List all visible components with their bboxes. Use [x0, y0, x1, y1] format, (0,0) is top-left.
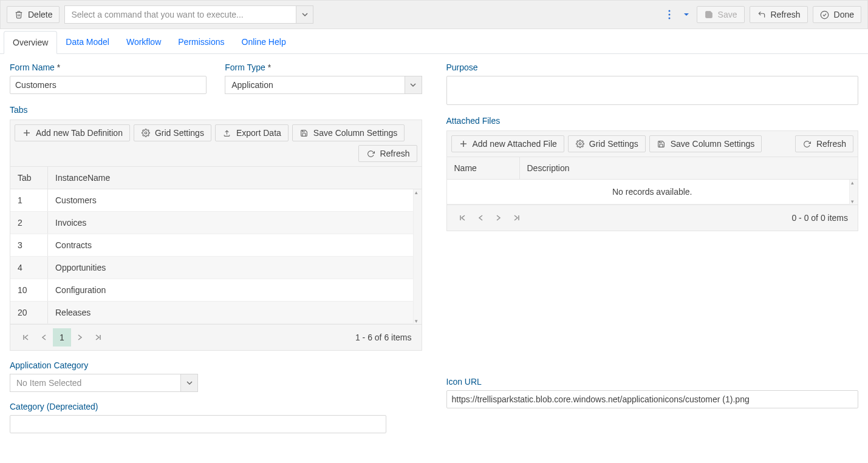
svg-point-2: [668, 18, 670, 19]
pager-last-button[interactable]: [89, 328, 108, 346]
table-row[interactable]: 2Invoices: [10, 212, 422, 234]
tabs-pager: 1 1 - 6 of 6 items: [10, 324, 422, 350]
add-tab-button[interactable]: Add new Tab Definition: [15, 124, 130, 141]
caret-down-filled-icon: [683, 12, 689, 18]
pager-next-button[interactable]: [490, 209, 508, 227]
form-type-combobox[interactable]: [225, 76, 422, 94]
category-depr-label: Category (Depreciated): [10, 402, 422, 411]
export-data-label: Export Data: [236, 128, 281, 138]
delete-button[interactable]: Delete: [7, 6, 60, 23]
table-row[interactable]: 4Opportunities: [10, 257, 422, 279]
svg-point-6: [579, 143, 581, 145]
save-icon: [704, 10, 714, 19]
cell-instance: Configuration: [48, 279, 422, 301]
form-type-dropdown-button[interactable]: [405, 76, 422, 93]
left-column: Form Name * Form Type * Tabs: [10, 63, 422, 433]
undo-icon: [757, 10, 767, 19]
scrollbar-hint[interactable]: [413, 189, 422, 324]
delete-label: Delete: [28, 10, 52, 19]
pager-last-button[interactable]: [508, 209, 526, 227]
pager-page-1[interactable]: 1: [53, 328, 71, 346]
plus-icon: [459, 139, 468, 149]
tabs-refresh-button[interactable]: Refresh: [358, 145, 417, 162]
tab-overview[interactable]: Overview: [4, 31, 57, 54]
save-columns-label: Save Column Settings: [313, 128, 398, 138]
more-vertical-icon: [665, 10, 674, 19]
scrollbar-hint[interactable]: [849, 180, 858, 204]
cell-instance: Invoices: [48, 212, 422, 234]
pager-first-button[interactable]: [453, 209, 471, 227]
no-records-message: No records available.: [447, 180, 858, 204]
app-category-combobox[interactable]: [10, 374, 198, 392]
col-header-name[interactable]: Name: [447, 157, 520, 179]
tabs-grid-body: 1Customers2Invoices3Contracts4Opportunit…: [10, 189, 422, 324]
app-category-dropdown-button[interactable]: [180, 374, 197, 391]
done-button[interactable]: Done: [813, 6, 861, 23]
icon-url-input[interactable]: [446, 390, 859, 408]
command-combobox[interactable]: [64, 5, 313, 24]
tabs-refresh-label: Refresh: [380, 149, 409, 158]
category-depr-input[interactable]: [10, 415, 386, 433]
cell-instance: Opportunities: [48, 257, 422, 279]
add-file-button[interactable]: Add new Attached File: [451, 135, 564, 152]
files-save-columns-label: Save Column Settings: [671, 139, 755, 149]
command-dropdown-button[interactable]: [296, 6, 313, 23]
purpose-input[interactable]: [446, 76, 859, 105]
plus-icon: [22, 128, 32, 138]
form-type-input[interactable]: [225, 76, 404, 93]
caret-down-icon: [186, 380, 193, 386]
pager-first-button[interactable]: [16, 328, 35, 346]
caret-down-icon: [410, 82, 416, 88]
pager-prev-button[interactable]: [471, 209, 490, 227]
cell-tab: 10: [10, 279, 48, 301]
add-file-label: Add new Attached File: [473, 139, 557, 149]
pager-prev-button[interactable]: [35, 328, 53, 346]
tab-data-model[interactable]: Data Model: [57, 31, 118, 54]
save-columns-button[interactable]: Save Column Settings: [292, 124, 405, 141]
cell-instance: Releases: [48, 302, 422, 323]
files-refresh-button[interactable]: Refresh: [795, 135, 853, 152]
export-data-button[interactable]: Export Data: [215, 124, 289, 141]
more-actions-button[interactable]: [663, 7, 676, 22]
tabs-nav: Overview Data Model Workflow Permissions…: [0, 30, 868, 54]
files-pager: 0 - 0 of 0 items: [447, 204, 858, 231]
trash-icon: [14, 10, 24, 19]
command-input[interactable]: [65, 6, 296, 23]
files-section-label: Attached Files: [446, 116, 859, 126]
col-header-description[interactable]: Description: [520, 157, 858, 179]
tab-online-help[interactable]: Online Help: [233, 31, 295, 54]
cell-tab: 4: [10, 257, 48, 279]
svg-point-1: [668, 14, 670, 16]
tabs-section-label: Tabs: [10, 105, 422, 115]
pager-next-button[interactable]: [71, 328, 89, 346]
dropdown-caret-button[interactable]: [681, 9, 692, 20]
files-grid-settings-label: Grid Settings: [589, 139, 638, 149]
files-grid-settings-button[interactable]: Grid Settings: [568, 135, 646, 152]
refresh-button[interactable]: Refresh: [750, 6, 808, 23]
app-category-input[interactable]: [10, 374, 180, 391]
tab-workflow[interactable]: Workflow: [118, 31, 169, 54]
col-header-instance[interactable]: InstanceName: [48, 167, 422, 189]
tabs-grid-settings-button[interactable]: Grid Settings: [134, 124, 211, 141]
files-save-columns-button[interactable]: Save Column Settings: [649, 135, 762, 152]
table-row[interactable]: 3Contracts: [10, 234, 422, 257]
svg-point-4: [145, 132, 147, 134]
refresh-label: Refresh: [771, 10, 801, 19]
table-row[interactable]: 10Configuration: [10, 279, 422, 302]
table-row[interactable]: 20Releases: [10, 302, 422, 324]
tabs-grid-header: Tab InstanceName: [10, 166, 422, 189]
svg-point-3: [821, 11, 829, 19]
done-label: Done: [834, 10, 854, 19]
form-name-label: Form Name *: [10, 63, 207, 72]
tabs-grid-toolbar: Add new Tab Definition Grid Settings Exp…: [10, 120, 422, 166]
svg-point-0: [668, 10, 670, 12]
table-row[interactable]: 1Customers: [10, 189, 422, 212]
pager-info: 1 - 6 of 6 items: [355, 333, 415, 342]
form-name-input[interactable]: [10, 76, 207, 94]
tab-permissions[interactable]: Permissions: [169, 31, 233, 54]
save-label: Save: [718, 10, 737, 19]
save-button: Save: [697, 6, 745, 23]
save-icon: [657, 139, 666, 149]
cell-tab: 1: [10, 189, 48, 211]
col-header-tab[interactable]: Tab: [10, 167, 48, 189]
